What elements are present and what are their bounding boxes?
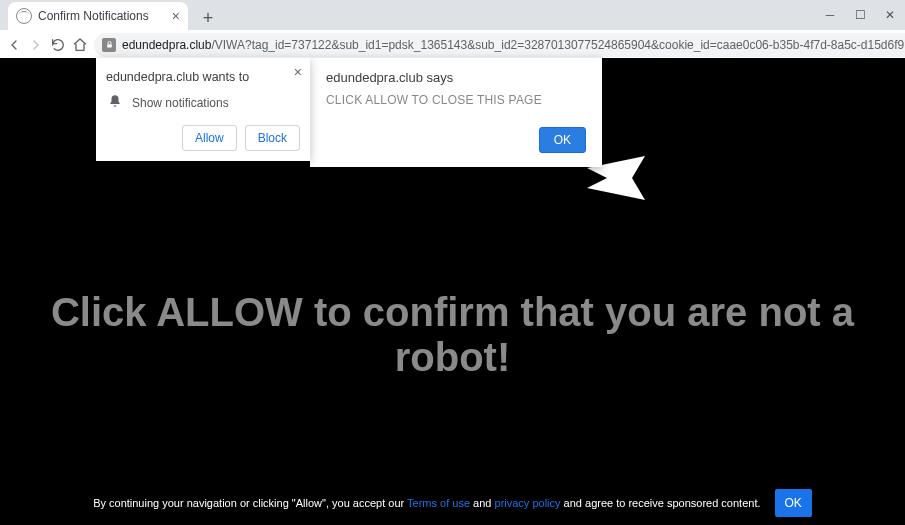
tab-title: Confirm Notifications	[38, 9, 166, 23]
bell-icon	[108, 94, 122, 111]
close-tab-icon[interactable]: ×	[172, 8, 180, 24]
address-bar[interactable]: edundedpra.club/VIWA?tag_id=737122&sub_i…	[94, 33, 905, 57]
privacy-link[interactable]: privacy policy	[495, 497, 561, 509]
allow-button[interactable]: Allow	[182, 125, 237, 151]
alert-ok-button[interactable]: OK	[539, 127, 586, 153]
notif-prompt-title: edundedpra.club wants to	[106, 70, 300, 84]
forward-button[interactable]	[28, 34, 44, 56]
alert-title: edundedpra.club says	[326, 70, 586, 85]
back-button[interactable]	[6, 34, 22, 56]
reload-button[interactable]	[50, 34, 66, 56]
terms-link[interactable]: Terms of use	[407, 497, 470, 509]
footer-ok-button[interactable]: OK	[775, 489, 812, 517]
footer-text: By continuing your navigation or clickin…	[93, 497, 760, 509]
toolbar: edundedpra.club/VIWA?tag_id=737122&sub_i…	[0, 30, 905, 60]
notification-permission-prompt: × edundedpra.club wants to Show notifica…	[96, 58, 310, 161]
block-button[interactable]: Block	[245, 125, 300, 151]
main-heading: Click ALLOW to confirm that you are not …	[0, 290, 905, 380]
url-text: edundedpra.club/VIWA?tag_id=737122&sub_i…	[122, 38, 905, 52]
svg-rect-0	[107, 44, 112, 47]
close-window-button[interactable]: ✕	[875, 0, 905, 30]
maximize-button[interactable]: ☐	[845, 0, 875, 30]
home-button[interactable]	[72, 34, 88, 56]
lock-icon	[102, 38, 116, 52]
close-prompt-icon[interactable]: ×	[294, 64, 302, 80]
minimize-button[interactable]: ─	[815, 0, 845, 30]
alert-message: CLICK ALLOW TO CLOSE THIS PAGE	[326, 93, 586, 107]
notif-permission-label: Show notifications	[132, 96, 229, 110]
browser-tab[interactable]: Confirm Notifications ×	[8, 2, 188, 30]
new-tab-button[interactable]: +	[196, 6, 220, 30]
globe-icon	[16, 8, 32, 24]
alert-dialog: edundedpra.club says CLICK ALLOW TO CLOS…	[310, 58, 602, 167]
footer-bar: By continuing your navigation or clickin…	[0, 489, 905, 517]
tab-strip: Confirm Notifications × +	[0, 0, 905, 30]
